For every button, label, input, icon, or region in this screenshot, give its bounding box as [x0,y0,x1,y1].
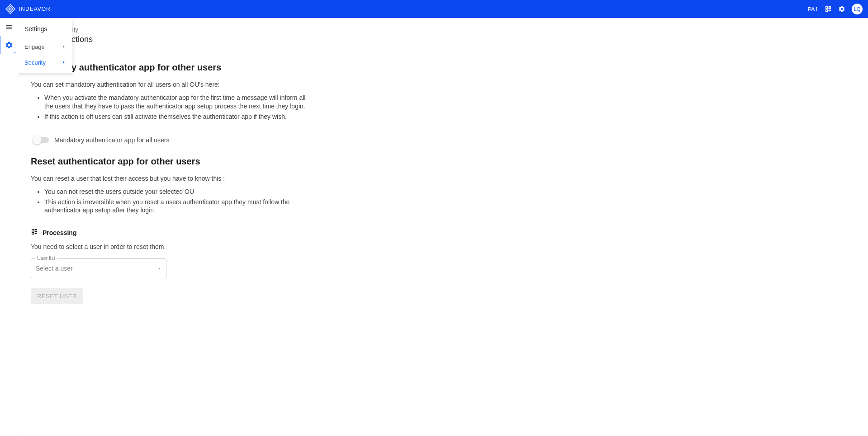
user-list-placeholder: Select a user [36,265,73,272]
svg-rect-1 [8,6,14,12]
reset-intro: You can reset a user that lost their acc… [31,175,855,182]
menu-toggle-button[interactable] [0,18,18,36]
list-item: When you activate the mandatory authenti… [44,94,316,111]
brand-name: INDEAVOR [19,6,51,12]
mandatory-bullets: When you activate the mandatory authenti… [44,94,316,121]
heading-reset-auth: Reset authenticator app for other users [31,156,855,167]
list-item: If this action is off users can still ac… [44,113,316,121]
mandatory-intro: You can set mandatory authentication for… [31,81,855,88]
brand: INDEAVOR [5,4,807,14]
page-subtitle: cator app actions [31,35,855,44]
toggle-mandatory-auth[interactable] [33,137,49,143]
dropdown-arrow-icon [157,265,161,272]
reset-bullets: You can not reset the users outside your… [44,188,316,215]
chevron-right-icon [62,60,66,66]
left-rail [0,18,18,436]
flyout-item-label: Security [24,59,46,66]
brand-logo-icon [5,4,15,14]
org-icon[interactable] [825,5,832,13]
chevron-right-icon [62,44,66,50]
user-list-select[interactable]: Select a user [31,258,166,278]
reset-select-hint: You need to select a user in order to re… [31,243,855,250]
flyout-item-label: Engage [24,43,45,50]
list-item: You can not reset the users outside your… [44,188,316,196]
reset-user-button[interactable]: RESET USER [31,288,83,304]
topbar: INDEAVOR PA1 LQ [0,0,868,18]
flyout-title: Settings [18,22,72,39]
heading-mandatory-auth: Mandatory authenticator app for other us… [31,62,855,73]
rail-item-settings[interactable] [0,36,17,54]
org-icon [31,228,38,237]
ou-label: Processing [43,229,76,236]
main-content: Settings / Security cator app actions Ma… [18,18,868,436]
settings-flyout: Settings Engage Security [18,18,72,73]
list-item: This action is irreversible when you res… [44,198,316,215]
avatar[interactable]: LQ [852,4,863,14]
user-list-field-label: User list [35,255,57,261]
topbar-right: PA1 LQ [807,4,863,14]
flyout-item-security[interactable]: Security [18,55,72,70]
toggle-mandatory-auth-label: Mandatory authenticator app for all user… [54,136,169,144]
flyout-item-engage[interactable]: Engage [18,39,72,55]
gear-icon[interactable] [838,5,845,13]
svg-rect-2 [9,8,11,10]
breadcrumb: Settings / Security [31,26,855,33]
ou-row: Processing [31,228,855,237]
env-label: PA1 [807,6,818,13]
